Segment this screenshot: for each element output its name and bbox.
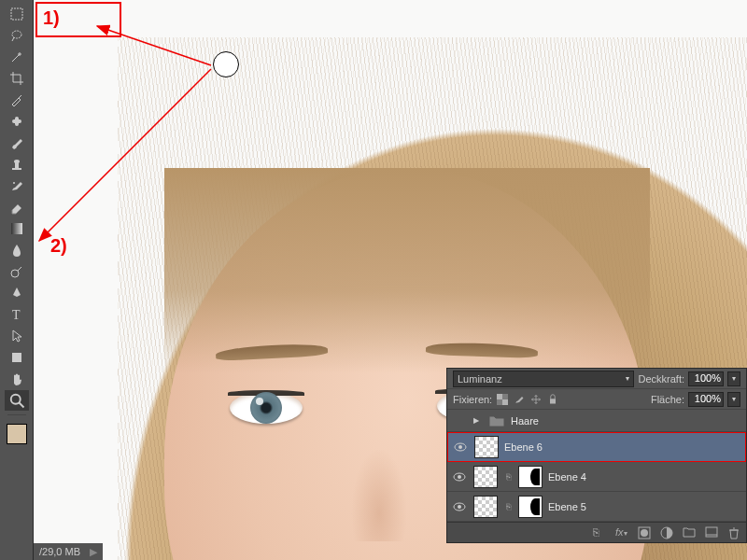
lock-all-icon[interactable] bbox=[546, 393, 559, 406]
status-arrow-icon: ▶ bbox=[90, 546, 97, 558]
blend-mode-select[interactable]: Luminanz ▾ bbox=[453, 371, 634, 387]
svg-text:T: T bbox=[12, 308, 21, 322]
layer-name[interactable]: Ebene 6 bbox=[504, 441, 543, 453]
fill-input[interactable]: 100% bbox=[688, 392, 724, 407]
pen-tool[interactable] bbox=[5, 283, 29, 303]
svg-rect-18 bbox=[550, 399, 556, 403]
divider bbox=[7, 414, 26, 415]
fill-stepper[interactable]: ▾ bbox=[727, 392, 740, 407]
link-icon[interactable]: ⎘ bbox=[503, 501, 513, 512]
layer-effects-icon[interactable]: fx▾ bbox=[615, 526, 628, 539]
memory-indicator: /29,0 MB bbox=[39, 546, 80, 557]
layers-panel: Luminanz ▾ Deckkraft: 100% ▾ Fixieren: F… bbox=[446, 368, 747, 543]
blend-opacity-row: Luminanz ▾ Deckkraft: 100% ▾ bbox=[447, 369, 746, 389]
stamp-tool[interactable] bbox=[5, 154, 29, 175]
opacity-label: Deckkraft: bbox=[638, 373, 684, 385]
wand-tool[interactable] bbox=[5, 47, 29, 67]
layers-list: ▶ Haare Ebene 6 ⎘ Ebene 4 ⎘ Ebene 5 bbox=[447, 410, 746, 522]
svg-point-12 bbox=[10, 395, 20, 404]
hand-tool[interactable] bbox=[5, 369, 29, 389]
blur-tool[interactable] bbox=[5, 240, 29, 260]
visibility-toggle[interactable] bbox=[452, 439, 469, 455]
svg-rect-4 bbox=[12, 168, 21, 170]
foreground-color-swatch[interactable] bbox=[7, 424, 27, 444]
svg-point-20 bbox=[458, 445, 462, 449]
disclosure-triangle-icon[interactable]: ▶ bbox=[473, 416, 483, 425]
blend-mode-value: Luminanz bbox=[458, 373, 502, 385]
link-icon[interactable]: ⎘ bbox=[503, 471, 513, 483]
dodge-tool[interactable] bbox=[5, 261, 29, 282]
svg-rect-0 bbox=[11, 8, 22, 20]
layer-row[interactable]: ⎘ Ebene 5 bbox=[447, 492, 746, 522]
svg-point-26 bbox=[641, 529, 648, 537]
lasso-tool[interactable] bbox=[5, 25, 29, 46]
svg-point-22 bbox=[458, 475, 461, 479]
delete-layer-icon[interactable] bbox=[727, 526, 740, 539]
lock-pixels-icon[interactable] bbox=[513, 393, 526, 406]
add-mask-icon[interactable] bbox=[638, 526, 651, 539]
svg-point-1 bbox=[12, 31, 21, 38]
layer-row-selected[interactable]: Ebene 6 bbox=[447, 432, 746, 462]
zoom-tool[interactable] bbox=[5, 390, 29, 411]
svg-rect-11 bbox=[12, 353, 21, 362]
crop-tool[interactable] bbox=[5, 68, 29, 89]
lock-label: Fixieren: bbox=[453, 394, 492, 405]
lock-fill-row: Fixieren: Fläche: 100% ▾ bbox=[447, 389, 746, 410]
lock-transparency-icon[interactable] bbox=[496, 393, 509, 406]
adjustment-layer-icon[interactable] bbox=[660, 526, 673, 539]
svg-point-24 bbox=[458, 505, 461, 509]
layers-footer: ⎘ fx▾ bbox=[447, 522, 746, 542]
eyedropper-tool[interactable] bbox=[5, 90, 29, 110]
svg-rect-17 bbox=[502, 399, 508, 405]
layer-thumbnail[interactable] bbox=[474, 436, 499, 458]
marquee-tool[interactable] bbox=[5, 4, 29, 24]
visibility-toggle[interactable] bbox=[451, 469, 468, 485]
opacity-input[interactable]: 100% bbox=[688, 371, 724, 386]
brush-tool[interactable] bbox=[5, 133, 29, 153]
new-layer-icon[interactable] bbox=[705, 526, 718, 539]
status-bar: /29,0 MB ▶ bbox=[34, 543, 103, 560]
svg-rect-3 bbox=[15, 117, 19, 126]
healing-tool[interactable] bbox=[5, 111, 29, 132]
layer-thumbnail[interactable] bbox=[473, 466, 498, 488]
svg-point-9 bbox=[11, 270, 19, 277]
layer-row[interactable]: ⎘ Ebene 4 bbox=[447, 462, 746, 492]
folder-icon bbox=[488, 414, 505, 427]
svg-point-6 bbox=[14, 160, 20, 163]
svg-point-7 bbox=[13, 182, 15, 184]
history-brush-tool[interactable] bbox=[5, 175, 29, 196]
fill-label: Fläche: bbox=[651, 394, 684, 405]
eraser-tool[interactable] bbox=[5, 197, 29, 217]
link-layers-icon[interactable]: ⎘ bbox=[593, 526, 606, 539]
layer-name[interactable]: Ebene 4 bbox=[548, 471, 586, 483]
opacity-stepper[interactable]: ▾ bbox=[727, 371, 740, 386]
visibility-toggle[interactable] bbox=[451, 413, 468, 429]
layer-group-row[interactable]: ▶ Haare bbox=[447, 410, 746, 432]
type-tool[interactable]: T bbox=[5, 304, 29, 325]
path-select-tool[interactable] bbox=[5, 326, 29, 346]
layer-name[interactable]: Ebene 5 bbox=[548, 501, 586, 512]
shape-tool[interactable] bbox=[5, 347, 29, 368]
svg-rect-16 bbox=[497, 394, 502, 399]
layer-thumbnail[interactable] bbox=[473, 496, 498, 518]
new-group-icon[interactable] bbox=[683, 526, 696, 539]
brush-cursor bbox=[213, 51, 239, 77]
mask-thumbnail[interactable] bbox=[518, 466, 543, 488]
tool-palette: T bbox=[0, 0, 34, 560]
mask-thumbnail[interactable] bbox=[518, 496, 543, 518]
gradient-tool[interactable] bbox=[5, 218, 29, 239]
svg-rect-8 bbox=[11, 223, 22, 234]
visibility-toggle[interactable] bbox=[451, 498, 468, 515]
layer-name[interactable]: Haare bbox=[511, 415, 539, 427]
chevron-down-icon: ▾ bbox=[626, 374, 629, 383]
lock-position-icon[interactable] bbox=[529, 393, 543, 406]
